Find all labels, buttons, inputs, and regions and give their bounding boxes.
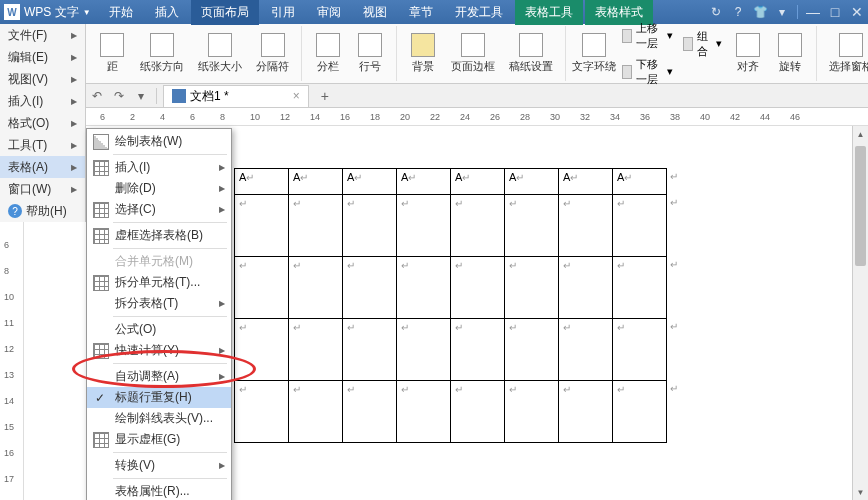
maximize-button[interactable]: □ (828, 5, 842, 19)
table-cell[interactable]: A↵ (559, 169, 613, 195)
tab-page-layout[interactable]: 页面布局 (191, 0, 259, 25)
table-cell[interactable]: ↵ (451, 195, 505, 257)
table-cell[interactable]: ↵ (505, 319, 559, 381)
table-cell[interactable]: ↵ (397, 381, 451, 443)
scroll-up-button[interactable]: ▲ (853, 126, 868, 142)
document-table[interactable]: A↵ A↵ A↵ A↵ A↵ A↵ A↵ A↵↵ ↵↵↵↵↵↵↵↵↵ ↵↵↵↵↵… (234, 168, 667, 443)
break-button[interactable]: 分隔符 (250, 31, 295, 76)
bring-forward-button[interactable]: 上移一层 ▾ (618, 19, 677, 53)
tab-home[interactable]: 开始 (99, 0, 143, 25)
app-menu-dropdown[interactable]: ▼ (83, 8, 91, 17)
file-menu-item[interactable]: 表格(A)▶ (0, 156, 85, 178)
table-cell[interactable]: ↵ (559, 195, 613, 257)
close-tab-button[interactable]: × (293, 89, 300, 103)
table-cell[interactable]: ↵ (397, 257, 451, 319)
table-cell[interactable]: ↵ (397, 195, 451, 257)
table-cell[interactable]: ↵ (289, 381, 343, 443)
table-cell[interactable]: ↵ (559, 381, 613, 443)
group-button[interactable]: 组合 ▾ (679, 27, 726, 61)
submenu-item[interactable]: 转换(V)▶ (87, 455, 231, 476)
table-cell[interactable]: A↵ (289, 169, 343, 195)
file-menu-item[interactable]: 工具(T)▶ (0, 134, 85, 156)
table-cell[interactable]: ↵ (505, 257, 559, 319)
table-cell[interactable]: ↵ (397, 319, 451, 381)
table-cell[interactable]: ↵ (235, 381, 289, 443)
submenu-item[interactable]: 公式(O) (87, 319, 231, 340)
submenu-item[interactable]: ✓标题行重复(H) (87, 387, 231, 408)
file-menu-item[interactable]: 格式(O)▶ (0, 112, 85, 134)
table-cell[interactable]: ↵↵ (613, 257, 667, 319)
table-cell[interactable]: ↵↵ (613, 319, 667, 381)
submenu-item[interactable]: 拆分表格(T)▶ (87, 293, 231, 314)
submenu-item[interactable]: 绘制表格(W) (87, 131, 231, 152)
bg-button[interactable]: 背景 (403, 31, 443, 76)
more-icon[interactable]: ▾ (775, 5, 789, 19)
table-cell[interactable]: ↵ (343, 319, 397, 381)
redo-button[interactable]: ↷ (110, 87, 128, 105)
help-icon[interactable]: ? (731, 5, 745, 19)
submenu-item[interactable]: 选择(C)▶ (87, 199, 231, 220)
orientation-button[interactable]: 纸张方向 (134, 31, 190, 76)
table-cell[interactable]: ↵ (343, 195, 397, 257)
table-cell[interactable]: ↵ (559, 319, 613, 381)
file-menu-item[interactable]: 文件(F)▶ (0, 24, 85, 46)
table-cell[interactable]: A↵ (235, 169, 289, 195)
vertical-scrollbar[interactable]: ▲ ▼ (852, 126, 868, 500)
tab-references[interactable]: 引用 (261, 0, 305, 25)
tab-insert[interactable]: 插入 (145, 0, 189, 25)
close-button[interactable]: ✕ (850, 5, 864, 19)
submenu-item[interactable]: 虚框选择表格(B) (87, 225, 231, 246)
table-cell[interactable]: ↵↵ (613, 381, 667, 443)
add-tab-button[interactable]: + (313, 88, 337, 104)
table-cell[interactable]: A↵ (397, 169, 451, 195)
scroll-thumb[interactable] (855, 146, 866, 266)
table-cell[interactable]: ↵ (451, 319, 505, 381)
tab-table-tools[interactable]: 表格工具 (515, 0, 583, 25)
scroll-down-button[interactable]: ▼ (853, 484, 868, 500)
align-button[interactable]: 对齐 (728, 31, 768, 76)
table-cell[interactable]: A↵↵ (613, 169, 667, 195)
table-cell[interactable]: ↵ (451, 381, 505, 443)
document-tab[interactable]: 文档1 * × (163, 85, 309, 107)
table-cell[interactable]: A↵ (343, 169, 397, 195)
table-cell[interactable]: ↵ (451, 257, 505, 319)
tab-view[interactable]: 视图 (353, 0, 397, 25)
table-cell[interactable]: ↵ (559, 257, 613, 319)
table-cell[interactable]: ↵ (343, 381, 397, 443)
table-cell[interactable]: ↵ (289, 195, 343, 257)
table-cell[interactable]: ↵↵ (613, 195, 667, 257)
border-button[interactable]: 页面边框 (445, 31, 501, 76)
table-cell[interactable]: A↵ (505, 169, 559, 195)
file-menu-item[interactable]: 窗口(W)▶ (0, 178, 85, 200)
horizontal-ruler[interactable]: 2462468101214161820222426283032343638404… (0, 108, 868, 126)
submenu-item[interactable]: 删除(D)▶ (87, 178, 231, 199)
submenu-item[interactable]: 拆分单元格(T)... (87, 272, 231, 293)
table-cell[interactable]: ↵ (235, 257, 289, 319)
table-cell[interactable]: A↵ (451, 169, 505, 195)
submenu-item[interactable]: 显示虚框(G) (87, 429, 231, 450)
submenu-item[interactable]: 插入(I)▶ (87, 157, 231, 178)
table-cell[interactable]: ↵ (289, 257, 343, 319)
submenu-item[interactable]: 表格属性(R)... (87, 481, 231, 500)
margins-button[interactable]: 距 (92, 31, 132, 76)
lineno-button[interactable]: 行号 (350, 31, 390, 76)
submenu-item[interactable]: 快速计算(Y)▶ (87, 340, 231, 361)
sync-icon[interactable]: ↻ (709, 5, 723, 19)
app-logo[interactable]: W (4, 4, 20, 20)
file-menu-item[interactable]: 编辑(E)▶ (0, 46, 85, 68)
tab-developer[interactable]: 开发工具 (445, 0, 513, 25)
qat-dropdown[interactable]: ▾ (132, 87, 150, 105)
undo-button[interactable]: ↶ (88, 87, 106, 105)
wrap-button[interactable]: 文字环绕 (572, 31, 616, 76)
size-button[interactable]: 纸张大小 (192, 31, 248, 76)
grid-button[interactable]: 稿纸设置 (503, 31, 559, 76)
table-cell[interactable]: ↵ (505, 381, 559, 443)
columns-button[interactable]: 分栏 (308, 31, 348, 76)
rotate-button[interactable]: 旋转 (770, 31, 810, 76)
tab-review[interactable]: 审阅 (307, 0, 351, 25)
table-cell[interactable]: ↵ (289, 319, 343, 381)
submenu-item[interactable]: 绘制斜线表头(V)... (87, 408, 231, 429)
skin-icon[interactable]: 👕 (753, 5, 767, 19)
table-cell[interactable]: ↵ (235, 195, 289, 257)
selection-pane-button[interactable]: 选择窗格 (823, 31, 868, 76)
